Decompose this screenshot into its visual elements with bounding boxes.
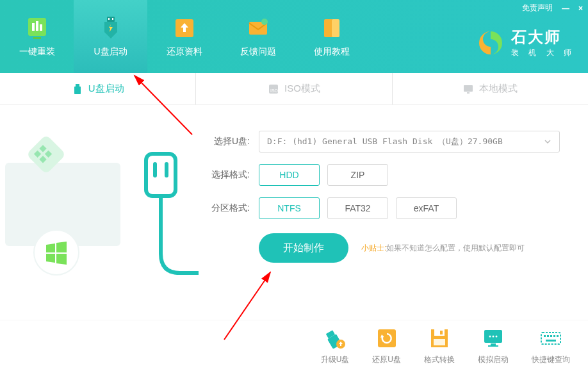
svg-rect-12	[332, 19, 339, 37]
monitor-icon	[462, 83, 474, 95]
brand-logo-icon	[477, 29, 505, 57]
svg-rect-6	[108, 18, 110, 20]
minimize-button[interactable]: —	[562, 4, 569, 13]
nav-label: U盘启动	[94, 46, 127, 58]
restore-usb-button[interactable]: 还原U盘	[372, 326, 401, 365]
svg-point-10	[261, 19, 268, 25]
form: 选择U盘: D:F: (hd1) General USB Flash Disk …	[199, 105, 588, 320]
tab-label: 本地模式	[479, 83, 518, 95]
close-button[interactable]: ×	[578, 4, 583, 13]
svg-rect-5	[107, 17, 115, 22]
mail-icon	[245, 15, 271, 41]
svg-rect-14	[74, 87, 81, 94]
svg-rect-30	[434, 329, 445, 336]
nav-feedback[interactable]: 反馈问题	[221, 0, 295, 73]
format-convert-button[interactable]: 格式转换	[424, 326, 455, 365]
nav-usb-boot[interactable]: U盘启动	[74, 0, 147, 73]
nav-label: 反馈问题	[240, 46, 276, 58]
usb-select-label: 选择U盘:	[199, 136, 250, 147]
bot-label: 模拟启动	[478, 354, 509, 365]
svg-point-36	[496, 336, 498, 338]
nav-reinstall[interactable]: 一键重装	[0, 0, 74, 73]
upload-box-icon	[172, 15, 197, 41]
nav-restore[interactable]: 还原资料	[147, 0, 221, 73]
svg-rect-22	[146, 154, 176, 196]
chevron-down-icon	[544, 138, 551, 145]
disclaimer-link[interactable]: 免责声明	[522, 3, 553, 13]
nav-label: 一键重装	[19, 46, 55, 58]
bar-chart-icon	[24, 15, 50, 41]
partition-opt-ntfs[interactable]: NTFS	[259, 197, 320, 219]
tab-label: ISO模式	[284, 83, 320, 95]
svg-rect-39	[541, 333, 560, 344]
svg-rect-2	[36, 21, 38, 31]
bottom-toolbar: 升级U盘 还原U盘 格式转换 模拟启动 快捷键查询	[0, 320, 588, 371]
simulate-boot-button[interactable]: 模拟启动	[478, 326, 509, 365]
nav-label: 还原资料	[167, 46, 202, 58]
bot-label: 还原U盘	[372, 354, 401, 365]
svg-rect-45	[546, 340, 556, 342]
format-opt-hdd[interactable]: HDD	[259, 164, 320, 186]
svg-rect-43	[553, 335, 555, 337]
svg-rect-38	[488, 345, 498, 347]
nav-label: 使用教程	[314, 46, 350, 58]
tab-local[interactable]: 本地模式	[393, 73, 588, 104]
usb-upgrade-icon	[323, 326, 347, 350]
svg-point-35	[493, 336, 494, 338]
book-icon	[319, 15, 345, 41]
decoration-panel	[0, 105, 199, 320]
partition-opt-exfat[interactable]: exFAT	[396, 197, 457, 219]
main-area: 选择U盘: D:F: (hd1) General USB Flash Disk …	[0, 105, 588, 320]
start-button[interactable]: 开始制作	[259, 233, 348, 263]
usb-illustration-icon	[0, 105, 199, 320]
svg-rect-40	[544, 335, 546, 337]
svg-rect-13	[76, 84, 79, 87]
svg-rect-37	[491, 343, 496, 345]
svg-rect-3	[40, 24, 42, 31]
keyboard-icon	[539, 326, 563, 350]
tab-iso[interactable]: ISO ISO模式	[196, 73, 391, 104]
upgrade-usb-button[interactable]: 升级U盘	[321, 326, 350, 365]
svg-rect-18	[467, 92, 470, 94]
svg-point-34	[489, 336, 491, 338]
bot-label: 格式转换	[424, 354, 455, 365]
usb-select-value: D:F: (hd1) General USB Flash Disk （U盘）27…	[267, 136, 503, 147]
svg-rect-11	[324, 19, 333, 37]
tip-label: 小贴士:	[361, 243, 386, 252]
svg-rect-41	[547, 335, 549, 337]
bot-label: 快捷键查询	[532, 354, 570, 365]
svg-rect-32	[434, 339, 445, 345]
bot-label: 升级U盘	[321, 354, 350, 365]
tab-bar: U盘启动 ISO ISO模式 本地模式	[0, 73, 588, 105]
partition-label: 分区格式:	[199, 202, 250, 214]
restore-icon	[375, 326, 399, 350]
svg-rect-7	[112, 18, 113, 20]
svg-text:ISO: ISO	[270, 88, 279, 93]
format-opt-zip[interactable]: ZIP	[327, 164, 388, 186]
window-controls: 免责声明 — ×	[522, 3, 583, 13]
partition-opt-fat32[interactable]: FAT32	[327, 197, 388, 219]
monitor-dots-icon	[481, 326, 505, 350]
format-label: 选择格式:	[199, 169, 250, 181]
brand: 石大师 装 机 大 师	[477, 27, 575, 58]
header: 免责声明 — × 一键重装 U盘启动 还原资料 反馈问题 使用教程	[0, 0, 588, 73]
floppy-icon	[427, 326, 452, 350]
nav-tutorial[interactable]: 使用教程	[295, 0, 368, 73]
svg-rect-44	[557, 335, 559, 337]
svg-rect-28	[378, 329, 396, 347]
usb-shield-icon	[98, 15, 124, 41]
tab-label: U盘启动	[88, 83, 124, 95]
usb-select[interactable]: D:F: (hd1) General USB Flash Disk （U盘）27…	[259, 131, 560, 153]
iso-icon: ISO	[268, 83, 279, 95]
svg-rect-42	[550, 335, 552, 337]
usb-icon	[72, 83, 83, 95]
tab-usb-boot[interactable]: U盘启动	[0, 73, 195, 104]
svg-rect-31	[440, 331, 443, 334]
brand-title: 石大师	[511, 27, 575, 47]
shortcut-query-button[interactable]: 快捷键查询	[532, 326, 570, 365]
tip-text: 小贴士:如果不知道怎么配置，使用默认配置即可	[361, 243, 525, 254]
svg-rect-1	[32, 23, 35, 31]
svg-rect-17	[464, 85, 473, 92]
svg-rect-4	[33, 37, 41, 39]
brand-subtitle: 装 机 大 师	[511, 47, 575, 58]
